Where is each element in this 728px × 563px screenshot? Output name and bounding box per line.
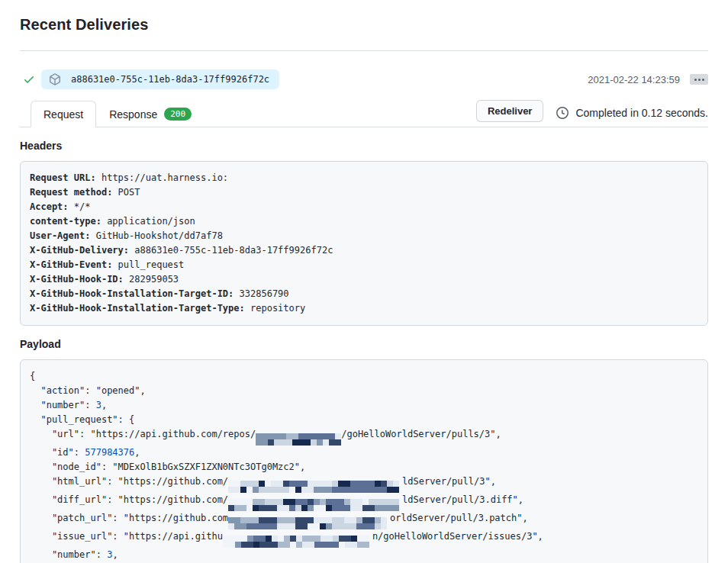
json-text-token: "node_id": "MDExOlB1bGxSZXF1ZXN0NTc3OTg0…: [30, 462, 305, 472]
page-title: Recent Deliveries: [20, 16, 708, 34]
header-name: X-GitHub-Event:: [30, 259, 112, 270]
header-name: X-GitHub-Delivery:: [30, 245, 129, 256]
header-name: Request URL:: [30, 172, 96, 183]
json-text-token: {: [30, 371, 35, 381]
json-text-token: "html_url": "https://github.com/: [30, 476, 228, 487]
json-text-token: n/goHelloWorldServer/issues/3",: [372, 531, 543, 542]
header-line: X-GitHub-Hook-Installation-Target-Type: …: [30, 301, 698, 316]
payload-line: "diff_url": "https://github.com/ldServer…: [30, 493, 698, 511]
payload-line: {: [30, 369, 698, 384]
json-text-token: ,: [134, 447, 140, 458]
tab-request[interactable]: Request: [31, 101, 96, 127]
header-value: pull_request: [112, 259, 184, 270]
json-text-token: "pull_request": {: [30, 414, 134, 425]
header-line: X-GitHub-Hook-ID: 282959053: [30, 272, 698, 287]
json-text-token: /goHelloWorldServer/pulls/3",: [341, 429, 501, 439]
title-divider: [20, 50, 708, 51]
header-value: a88631e0-755c-11eb-8da3-17ff9926f72c: [129, 245, 333, 256]
header-value: 332856790: [234, 288, 288, 299]
header-name: X-GitHub-Hook-Installation-Target-Type:: [30, 303, 245, 314]
delivery-tabnav: Request Response 200 Redeliver Completed…: [20, 100, 708, 127]
json-text-token: "diff_url": "https://github.com/: [30, 494, 228, 505]
redacted-blur: [228, 481, 402, 493]
header-value: repository: [245, 303, 305, 314]
response-status-badge: 200: [164, 108, 192, 121]
payload-line: "html_url": "https://github.com/ldServer…: [30, 475, 698, 493]
headers-section-title: Headers: [20, 140, 708, 152]
json-text-token: "action": "opened",: [30, 385, 146, 396]
header-value: https://uat.harness.io:: [96, 172, 228, 183]
clock-icon: [556, 107, 569, 119]
tab-response[interactable]: Response 200: [96, 100, 205, 127]
header-line: User-Agent: GitHub-Hookshot/dd7af78: [30, 229, 698, 243]
delivery-row: a88631e0-755c-11eb-8da3-17ff9926f72c 202…: [20, 69, 708, 89]
header-name: X-GitHub-Hook-ID:: [30, 274, 124, 285]
json-text-token: "patch_url": "https://github.com: [30, 513, 228, 523]
delivery-guid: a88631e0-755c-11eb-8da3-17ff9926f72c: [71, 74, 269, 85]
header-value: POST: [112, 187, 140, 198]
payload-line: "number": 3,: [30, 548, 698, 562]
header-line: Request method: POST: [30, 185, 698, 200]
payload-line: "id": 577984376,: [30, 446, 698, 460]
header-line: Request URL: https://uat.harness.io:: [30, 171, 698, 185]
header-line: content-type: application/json: [30, 214, 698, 229]
json-text-token: orldServer/pull/3.patch",: [390, 513, 528, 523]
header-name: Request method:: [30, 187, 112, 198]
package-icon: [49, 73, 61, 85]
header-line: X-GitHub-Delivery: a88631e0-755c-11eb-8d…: [30, 243, 698, 258]
payload-line: "issue_url": "https://api.githun/goHello…: [30, 529, 698, 548]
tab-request-label: Request: [43, 108, 83, 121]
tab-response-label: Response: [109, 108, 157, 121]
header-line: Accept: */*: [30, 200, 698, 214]
header-name: Accept:: [30, 201, 69, 212]
payload-line: "node_id": "MDExOlB1bGxSZXF1ZXN0NTc3OTg0…: [30, 460, 698, 475]
headers-code-box: Request URL: https://uat.harness.io: Req…: [20, 161, 708, 326]
header-name: User-Agent:: [30, 230, 90, 241]
json-text-token: "issue_url": "https://api.githu: [30, 531, 223, 542]
payload-section-title: Payload: [20, 338, 708, 350]
payload-line: "patch_url": "https://github.comorldServ…: [30, 511, 698, 529]
json-text-token: "id":: [30, 447, 85, 458]
header-value: 282959053: [124, 274, 179, 285]
header-line: X-GitHub-Hook-Installation-Target-ID: 33…: [30, 287, 698, 301]
header-value: application/json: [101, 216, 195, 227]
json-text-token: "number":: [30, 400, 96, 410]
json-text-token: ,: [101, 400, 107, 410]
json-text-token: "url": "https://api.github.com/repos/: [30, 429, 256, 439]
json-text-token: "number":: [30, 549, 107, 560]
header-name: content-type:: [30, 216, 101, 227]
redacted-blur: [223, 536, 372, 548]
header-value: */*: [69, 201, 91, 212]
json-text-token: ,: [112, 549, 118, 560]
success-check-icon: [23, 73, 35, 85]
json-text-token: ldServer/pull/3.diff",: [402, 494, 523, 505]
ellipsis-expander-button[interactable]: [690, 74, 708, 85]
json-number-token: 577984376: [85, 447, 134, 458]
completed-text: Completed in 0.12 seconds.: [575, 107, 708, 119]
payload-line: "action": "opened",: [30, 384, 698, 398]
header-value: GitHub-Hookshot/dd7af78: [90, 230, 222, 241]
redeliver-button[interactable]: Redeliver: [476, 100, 544, 122]
delivery-timestamp: 2021-02-22 14:23:59: [588, 74, 680, 85]
header-name: X-GitHub-Hook-Installation-Target-ID:: [30, 288, 234, 299]
json-number-token: 3: [96, 400, 101, 410]
payload-code-box: { "action": "opened", "number": 3, "pull…: [20, 359, 708, 563]
payload-line: "pull_request": {: [30, 413, 698, 427]
header-line: X-GitHub-Event: pull_request: [30, 258, 698, 272]
json-text-token: ldServer/pull/3",: [402, 476, 496, 487]
delivery-guid-pill[interactable]: a88631e0-755c-11eb-8da3-17ff9926f72c: [41, 69, 279, 89]
payload-line: "number": 3,: [30, 398, 698, 413]
payload-line: "url": "https://api.github.com/repos//go…: [30, 427, 698, 446]
redacted-blur: [228, 517, 390, 529]
redacted-blur: [228, 499, 402, 511]
redacted-blur: [256, 433, 341, 446]
